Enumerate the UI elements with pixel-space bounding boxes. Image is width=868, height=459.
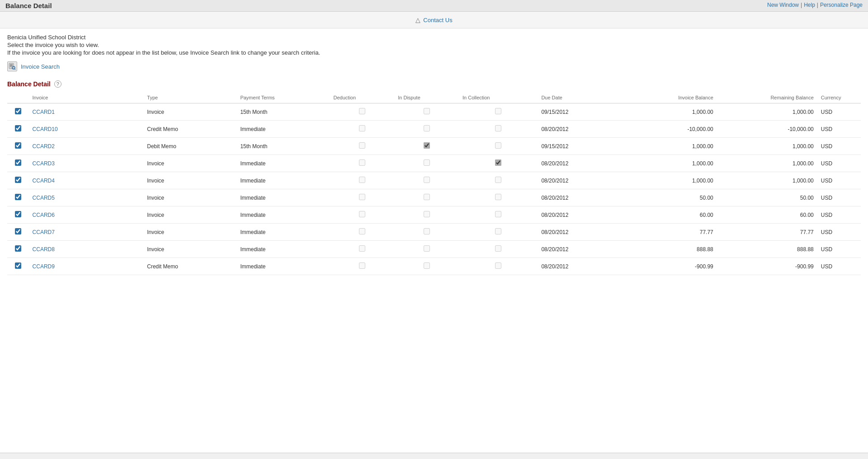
row-in-collection-checkbox [495,262,501,269]
personalize-page-link[interactable]: Personalize Page [820,2,863,8]
row-checkbox[interactable] [15,177,21,183]
row-invoice-balance: -10,000.00 [617,121,717,138]
col-header-due-date: Due Date [538,92,616,103]
invoice-search-link[interactable]: Invoice Search [21,63,60,70]
row-currency: USD [817,224,861,241]
row-in-dispute-checkbox [424,142,430,149]
table-row: CCARD1Invoice15th Month09/15/20121,000.0… [7,103,861,121]
row-in-collection-checkbox [495,159,501,166]
row-in-dispute-checkbox [424,108,430,114]
row-currency: USD [817,206,861,224]
row-in-collection-checkbox [495,194,501,200]
row-payment-terms: 15th Month [236,103,330,121]
row-type: Invoice [143,155,236,172]
row-remaining-balance: 1,000.00 [717,103,817,121]
row-invoice-balance: 888.88 [617,241,717,258]
row-checkbox[interactable] [15,142,21,149]
invoice-link[interactable]: CCARD3 [33,160,55,167]
new-window-link[interactable]: New Window [767,2,799,8]
row-payment-terms: Immediate [236,258,330,275]
bottom-scrollbar[interactable] [0,453,868,459]
row-currency: USD [817,189,861,206]
balance-detail-title: Balance Detail [7,80,51,88]
invoice-link[interactable]: CCARD10 [33,126,58,132]
row-due-date: 08/20/2012 [538,172,616,189]
instruction2: If the invoice you are looking for does … [7,49,861,56]
invoice-link[interactable]: CCARD2 [33,143,55,150]
invoice-link[interactable]: CCARD6 [33,212,55,218]
table-row: CCARD4InvoiceImmediate08/20/20121,000.00… [7,172,861,189]
row-invoice-balance: 77.77 [617,224,717,241]
row-in-collection-checkbox [495,211,501,217]
row-due-date: 08/20/2012 [538,241,616,258]
invoice-link[interactable]: CCARD1 [33,109,55,115]
row-currency: USD [817,155,861,172]
instruction1: Select the invoice you wish to view. [7,42,861,48]
row-checkbox[interactable] [15,211,21,217]
table-row: CCARD6InvoiceImmediate08/20/201260.0060.… [7,206,861,224]
main-content: Benicia Unified School District Select t… [0,28,868,281]
row-in-dispute-checkbox [424,211,430,217]
row-checkbox[interactable] [15,108,21,114]
invoice-link[interactable]: CCARD4 [33,178,55,184]
invoice-link[interactable]: CCARD8 [33,246,55,253]
top-nav: New Window | Help | Personalize Page [767,2,863,8]
col-header-remaining-balance: Remaining Balance [717,92,817,103]
row-deduction-checkbox [359,125,365,131]
row-currency: USD [817,138,861,155]
row-due-date: 08/20/2012 [538,258,616,275]
row-remaining-balance: 77.77 [717,224,817,241]
col-header-payment-terms: Payment Terms [236,92,330,103]
row-remaining-balance: 1,000.00 [717,138,817,155]
row-deduction-checkbox [359,142,365,149]
row-checkbox[interactable] [15,245,21,252]
table-row: CCARD9Credit MemoImmediate08/20/2012-900… [7,258,861,275]
help-circle-icon[interactable]: ? [54,80,61,88]
row-remaining-balance: 1,000.00 [717,155,817,172]
balance-detail-section-header: Balance Detail ? [7,80,861,88]
row-due-date: 08/20/2012 [538,206,616,224]
col-header-invoice: Invoice [29,92,144,103]
invoice-search-icon [7,61,17,71]
row-payment-terms: Immediate [236,172,330,189]
row-payment-terms: Immediate [236,189,330,206]
invoice-link[interactable]: CCARD5 [33,195,55,201]
row-in-dispute-checkbox [424,125,430,131]
row-invoice-balance: -900.99 [617,258,717,275]
col-header-in-dispute: In Dispute [394,92,459,103]
row-type: Invoice [143,103,236,121]
row-in-collection-checkbox [495,245,501,252]
row-checkbox[interactable] [15,194,21,200]
row-due-date: 09/15/2012 [538,103,616,121]
row-checkbox[interactable] [15,159,21,166]
row-invoice-balance: 1,000.00 [617,155,717,172]
col-header-invoice-balance: Invoice Balance [617,92,717,103]
col-header-type: Type [143,92,236,103]
row-currency: USD [817,121,861,138]
row-remaining-balance: 50.00 [717,189,817,206]
invoice-link[interactable]: CCARD9 [33,263,55,270]
row-invoice-balance: 50.00 [617,189,717,206]
row-deduction-checkbox [359,108,365,114]
row-invoice-balance: 1,000.00 [617,103,717,121]
row-checkbox[interactable] [15,125,21,131]
row-checkbox[interactable] [15,262,21,269]
invoice-link[interactable]: CCARD7 [33,229,55,235]
row-due-date: 08/20/2012 [538,189,616,206]
contact-bar: △ Contact Us [0,12,868,28]
row-type: Invoice [143,172,236,189]
row-payment-terms: Immediate [236,224,330,241]
row-type: Credit Memo [143,121,236,138]
table-row: CCARD5InvoiceImmediate08/20/201250.0050.… [7,189,861,206]
help-link[interactable]: Help [804,2,815,8]
row-payment-terms: Immediate [236,206,330,224]
row-currency: USD [817,172,861,189]
row-remaining-balance: 888.88 [717,241,817,258]
contact-us-link[interactable]: △ Contact Us [415,16,452,23]
row-type: Invoice [143,206,236,224]
row-in-dispute-checkbox [424,262,430,269]
page-wrapper: Balance Detail New Window | Help | Perso… [0,0,868,459]
row-in-collection-checkbox [495,228,501,234]
row-in-collection-checkbox [495,108,501,114]
row-checkbox[interactable] [15,228,21,234]
